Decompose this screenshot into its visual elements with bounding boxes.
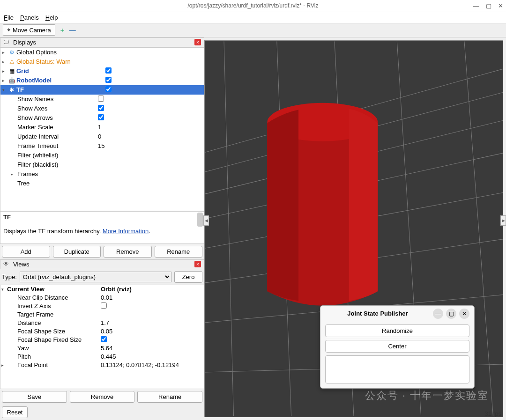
zero-button[interactable]: Zero [174, 271, 202, 283]
close-icon[interactable]: ✕ [498, 2, 503, 9]
expand-icon[interactable]: ▾ [2, 88, 8, 92]
display-item-grid[interactable]: ▸ ▦ Grid [0, 66, 204, 76]
expand-icon[interactable]: ▸ [2, 50, 8, 55]
randomize-button[interactable]: Randomize [325, 324, 469, 337]
remove-button[interactable]: Remove [104, 246, 152, 258]
prop-value[interactable]: 0 [97, 133, 204, 140]
maximize-icon[interactable]: ▢ [486, 2, 491, 9]
joint-state-publisher-window[interactable]: Joint State Publisher — ▢ ✕ Randomize Ce… [320, 305, 475, 389]
prop-value[interactable] [97, 114, 204, 122]
tf-prop-filter-whitelist-[interactable]: Filter (whitelist) [0, 151, 204, 160]
view-prop-focal-shape-size[interactable]: Focal Shape Size 0.05 [0, 327, 204, 336]
view-prop-focal-shape-fixed-size[interactable]: Focal Shape Fixed Size [0, 336, 204, 344]
prop-checkbox[interactable] [101, 336, 107, 342]
scrollbar-icon[interactable] [197, 213, 203, 227]
prop-value[interactable]: 0.05 [101, 328, 204, 335]
display-item-global-options[interactable]: ▸ ⚙ Global Options [0, 48, 204, 57]
display-checkbox[interactable] [105, 67, 112, 74]
prop-checkbox[interactable] [101, 302, 107, 309]
display-value[interactable] [104, 67, 204, 75]
collapse-left-icon[interactable]: ◀ [203, 215, 209, 226]
jsp-maximize-icon[interactable]: ▢ [446, 309, 456, 319]
display-checkbox[interactable] [105, 77, 112, 83]
prop-value[interactable]: 1 [97, 124, 204, 131]
view-prop-target-frame[interactable]: Target Frame [0, 310, 204, 319]
displays-panel-title[interactable]: 🖵 Displays × [0, 37, 204, 47]
displays-close-icon[interactable]: × [194, 39, 201, 45]
display-checkbox[interactable] [105, 86, 112, 92]
prop-value[interactable] [101, 302, 204, 310]
rename-button[interactable]: Rename [155, 246, 203, 258]
expand-icon[interactable]: ▸ [2, 69, 8, 74]
tf-prop-show-names[interactable]: Show Names [0, 95, 204, 104]
expand-icon[interactable]: ▾ [0, 287, 7, 292]
expand-icon[interactable]: ▸ [2, 78, 8, 83]
view-prop-invert-z-axis[interactable]: Invert Z Axis [0, 302, 204, 310]
view-prop-focal-point[interactable]: ▸ Focal Point 0.13124; 0.078142; -0.1219… [0, 361, 204, 369]
prop-checkbox[interactable] [98, 96, 104, 102]
collapse-right-icon[interactable]: ▶ [500, 215, 506, 226]
menu-help[interactable]: Help [45, 14, 58, 21]
prop-value[interactable] [97, 105, 204, 112]
display-item-tf[interactable]: ▾ ✱ TF [0, 85, 204, 95]
display-item-global-status-warn[interactable]: ▸ ⚠ Global Status: Warn [0, 57, 204, 66]
prop-checkbox[interactable] [98, 105, 104, 111]
reset-button[interactable]: Reset [2, 406, 28, 418]
jsp-titlebar[interactable]: Joint State Publisher — ▢ ✕ [320, 306, 474, 322]
prop-value[interactable]: 1.7 [101, 319, 204, 326]
desc-more-link[interactable]: More Information [103, 228, 149, 235]
duplicate-button[interactable]: Duplicate [53, 246, 101, 258]
remove-tool-icon[interactable]: — [69, 27, 76, 33]
prop-value[interactable]: 0.445 [101, 353, 204, 360]
jsp-minimize-icon[interactable]: — [433, 309, 443, 319]
tf-prop-marker-scale[interactable]: Marker Scale 1 [0, 123, 204, 132]
menu-panels[interactable]: Panels [20, 14, 39, 21]
views-remove-button[interactable]: Remove [70, 391, 135, 403]
view-prop-pitch[interactable]: Pitch 0.445 [0, 353, 204, 361]
display-label: Global Options [15, 49, 104, 56]
jsp-close-icon[interactable]: ✕ [459, 309, 469, 319]
prop-value[interactable]: 0.13124; 0.078142; -0.12194 [101, 361, 204, 368]
prop-value[interactable] [101, 336, 204, 344]
tf-prop-show-axes[interactable]: Show Axes [0, 104, 204, 113]
type-select[interactable]: Orbit (rviz_default_plugins) [20, 272, 171, 282]
views-close-icon[interactable]: × [194, 261, 201, 267]
jsp-sliders-box [325, 355, 469, 383]
add-tool-icon[interactable]: ＋ [59, 27, 66, 33]
display-value[interactable] [104, 86, 204, 94]
tf-prop-filter-blacklist-[interactable]: Filter (blacklist) [0, 160, 204, 169]
tf-prop-tree[interactable]: Tree [0, 179, 204, 188]
displays-tree[interactable]: ▸ ⚙ Global Options ▸ ⚠ Global Status: Wa… [0, 47, 204, 211]
tf-prop-frame-timeout[interactable]: Frame Timeout 15 [0, 141, 204, 151]
prop-label: Show Names [16, 96, 97, 103]
tf-prop-frames[interactable]: ▸ Frames [0, 169, 204, 179]
prop-checkbox[interactable] [98, 114, 104, 120]
display-item-robotmodel[interactable]: ▸ 🤖 RobotModel [0, 76, 204, 85]
expand-icon[interactable]: ▸ [11, 172, 16, 177]
view-prop-distance[interactable]: Distance 1.7 [0, 319, 204, 327]
render-viewport[interactable]: 公众号 · 十年一梦实验室 Joint State Publisher — ▢ … [204, 40, 503, 417]
cylinder-icon [267, 103, 378, 306]
minimize-icon[interactable]: — [473, 2, 479, 9]
prop-value[interactable]: 15 [97, 142, 204, 149]
prop-value[interactable] [97, 96, 204, 103]
display-value[interactable] [104, 77, 204, 84]
tf-prop-show-arrows[interactable]: Show Arrows [0, 113, 204, 123]
expand-icon[interactable]: ▸ [0, 363, 7, 368]
center-button[interactable]: Center [325, 340, 469, 353]
prop-value[interactable]: 0.01 [101, 294, 204, 301]
prop-label: Frames [16, 170, 97, 177]
expand-icon[interactable]: ▸ [2, 59, 8, 64]
current-view-row[interactable]: ▾ Current View Orbit (rviz) [0, 285, 204, 294]
views-panel-title[interactable]: 👁 Views × [0, 259, 204, 269]
add-button[interactable]: Add [2, 246, 50, 258]
view-prop-near-clip-distance[interactable]: Near Clip Distance 0.01 [0, 294, 204, 302]
menu-file[interactable]: File [4, 14, 14, 21]
tf-prop-update-interval[interactable]: Update Interval 0 [0, 132, 204, 141]
prop-value[interactable]: 5.64 [101, 345, 204, 352]
views-tree[interactable]: ▾ Current View Orbit (rviz) Near Clip Di… [0, 285, 204, 389]
save-button[interactable]: Save [2, 391, 67, 403]
move-camera-button[interactable]: ⌖ Move Camera [3, 24, 55, 36]
views-rename-button[interactable]: Rename [137, 391, 202, 403]
view-prop-yaw[interactable]: Yaw 5.64 [0, 344, 204, 353]
